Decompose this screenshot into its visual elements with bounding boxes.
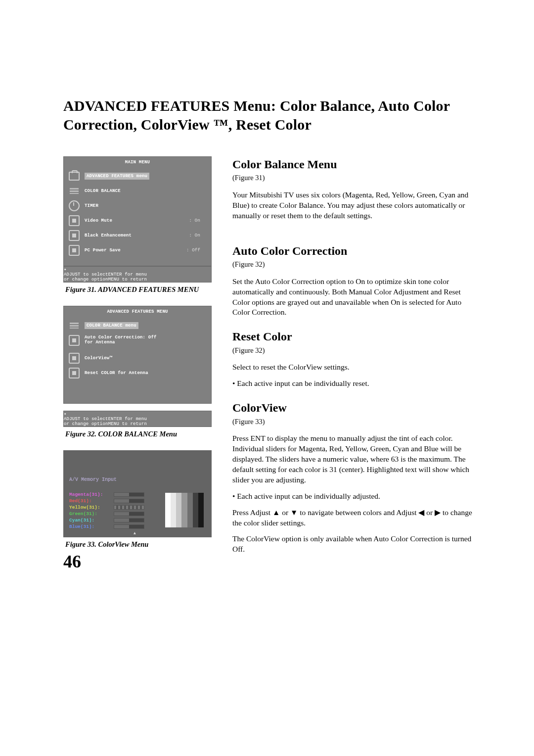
right-arrow-icon: ▶ <box>435 508 441 517</box>
fig33-caption: Figure 33. ColorView Menu <box>65 540 212 549</box>
menu-row-value: : Off <box>186 248 200 253</box>
para-colorview-2: Press Adjust ▲ or ▼ to navigate between … <box>232 508 475 528</box>
fig31-footer-adjust: ADJUST to select <box>64 272 108 277</box>
menu-row-label: COLOR BALANCE <box>85 189 121 193</box>
slider-label: Green(31): <box>69 511 112 517</box>
fig32-footer-adjust: ADJUST to select <box>64 417 108 422</box>
right-column: Color Balance Menu (Figure 31) Your Mits… <box>232 156 475 561</box>
menu-row[interactable]: Black Enhancement: On <box>64 228 211 243</box>
slider-bar[interactable] <box>114 505 144 510</box>
fig31-footer-change: or change option <box>64 277 108 282</box>
bars-icon <box>69 320 80 331</box>
fig31-menu: MAIN MENU ADVANCED FEATURES menuCOLOR BA… <box>63 156 212 266</box>
fig32-footer: ✦ ADJUST to selectENTER for menu or chan… <box>63 411 212 427</box>
slider-label: Magenta(31): <box>69 492 112 497</box>
menu-row-label: Reset COLOR for Antenna <box>85 371 148 376</box>
bullet-colorview: Each active input can be individually ad… <box>232 491 475 502</box>
heading-reset-color: Reset Color <box>232 329 475 344</box>
clock-icon <box>69 200 80 211</box>
fig32-caption: Figure 32. COLOR BALANCE Menu <box>65 430 212 438</box>
para-auto-color: Set the Auto Color Correction option to … <box>232 277 475 318</box>
fig32-footer-enter: ENTER for menu <box>108 417 147 422</box>
menu-row-label: Auto Color Correction: Off for Antenna <box>85 335 157 345</box>
adjust-nav-icon: ✦ <box>64 267 211 272</box>
para-color-balance: Your Mitsubishi TV uses six colors (Mage… <box>232 190 475 221</box>
fig32-title: ADVANCED FEATURES MENU <box>64 306 211 317</box>
slider-bar[interactable] <box>114 499 144 503</box>
left-arrow-icon: ◀ <box>418 508 424 517</box>
square-icon <box>69 245 80 256</box>
heading-colorview: ColorView <box>232 400 475 416</box>
slider-up-indicator: ▲ <box>69 531 206 535</box>
sub-auto-color: (Figure 32) <box>232 260 475 270</box>
grayscale-bar <box>181 493 187 527</box>
bullet-reset-color: Each active input can be individually re… <box>232 378 475 389</box>
toolbox-icon <box>69 171 80 182</box>
menu-row-value: : On <box>189 233 200 238</box>
slider-bar[interactable] <box>114 524 144 529</box>
slider-bar[interactable] <box>114 518 144 522</box>
menu-row-label: COLOR BALANCE menu <box>85 322 138 329</box>
menu-row[interactable]: Reset COLOR for Antenna <box>64 366 211 380</box>
page-title: ADVANCED FEATURES Menu: Color Balance, A… <box>63 96 475 134</box>
fig32-footer-menu: MENU to return <box>108 422 147 426</box>
grayscale-bar <box>165 493 171 527</box>
fig31-title: MAIN MENU <box>64 157 211 168</box>
square-icon <box>69 368 80 378</box>
adjust-nav-icon: ✦ <box>64 411 211 417</box>
square-icon <box>69 215 80 226</box>
square-icon <box>69 335 80 346</box>
menu-row-label: PC Power Save <box>85 248 121 253</box>
grayscale-bar <box>198 493 204 527</box>
heading-auto-color: Auto Color Correction <box>232 243 475 259</box>
menu-row[interactable]: TIMER <box>64 198 211 213</box>
square-icon <box>69 230 80 241</box>
slider-label: Yellow(31): <box>69 505 112 510</box>
grayscale-bars <box>165 493 204 527</box>
menu-row-label: ColorView™ <box>85 356 112 361</box>
menu-row-label: ADVANCED FEATURES menu <box>85 173 149 180</box>
para-reset-color: Select to reset the ColorView settings. <box>232 362 475 373</box>
fig32-footer-change: or change option <box>64 422 108 426</box>
down-arrow-icon: ▼ <box>290 508 298 517</box>
grayscale-bar <box>193 493 198 527</box>
menu-row[interactable]: COLOR BALANCE <box>64 184 211 198</box>
slider-label: Blue(31): <box>69 524 112 529</box>
left-column: MAIN MENU ADVANCED FEATURES menuCOLOR BA… <box>63 156 212 561</box>
sub-color-balance: (Figure 31) <box>232 173 475 183</box>
heading-color-balance: Color Balance Menu <box>232 156 475 172</box>
sub-reset-color: (Figure 32) <box>232 346 475 356</box>
fig32-menu: ADVANCED FEATURES MENU COLOR BALANCE men… <box>63 306 212 404</box>
fig31-footer: ✦ ADJUST to selectENTER for menu or chan… <box>63 266 212 283</box>
menu-row-label: Black Enhancement <box>85 233 132 238</box>
menu-row[interactable]: ColorView™ <box>64 351 211 366</box>
menu-row-value: : On <box>189 218 200 223</box>
fig31-footer-menu: MENU to return <box>108 277 147 282</box>
menu-row-label: TIMER <box>85 203 98 208</box>
up-arrow-icon: ▲ <box>272 508 280 517</box>
slider-label: Cyan(31): <box>69 518 112 523</box>
menu-row-label: Video Mute <box>85 218 112 223</box>
page-number: 46 <box>63 551 81 572</box>
slider-bar[interactable] <box>114 492 144 497</box>
menu-row[interactable]: COLOR BALANCE menu <box>64 318 211 333</box>
para-colorview-1: Press ENT to display the menu to manuall… <box>232 433 475 485</box>
grayscale-bar <box>176 493 181 527</box>
sub-colorview: (Figure 33) <box>232 417 475 427</box>
slider-label: Red(31): <box>69 498 112 504</box>
slider-bar[interactable] <box>114 512 144 516</box>
square-icon <box>69 353 80 364</box>
fig33-panel: A/V Memory Input Magenta(31):Red(31):Yel… <box>63 450 212 537</box>
bars-icon <box>69 186 80 196</box>
grayscale-bar <box>187 493 193 527</box>
menu-row[interactable]: ADVANCED FEATURES menu <box>64 169 211 184</box>
menu-row[interactable]: Video Mute: On <box>64 213 211 228</box>
menu-row[interactable]: PC Power Save: Off <box>64 243 211 258</box>
fig31-footer-enter: ENTER for menu <box>108 272 147 277</box>
grayscale-bar <box>171 493 176 527</box>
fig33-header: A/V Memory Input <box>69 477 206 482</box>
para-colorview-3: The ColorView option is only available w… <box>232 534 475 555</box>
menu-row[interactable]: Auto Color Correction: Off for Antenna <box>64 333 211 351</box>
fig31-caption: Figure 31. ADVANCED FEATURES MENU <box>65 285 212 294</box>
